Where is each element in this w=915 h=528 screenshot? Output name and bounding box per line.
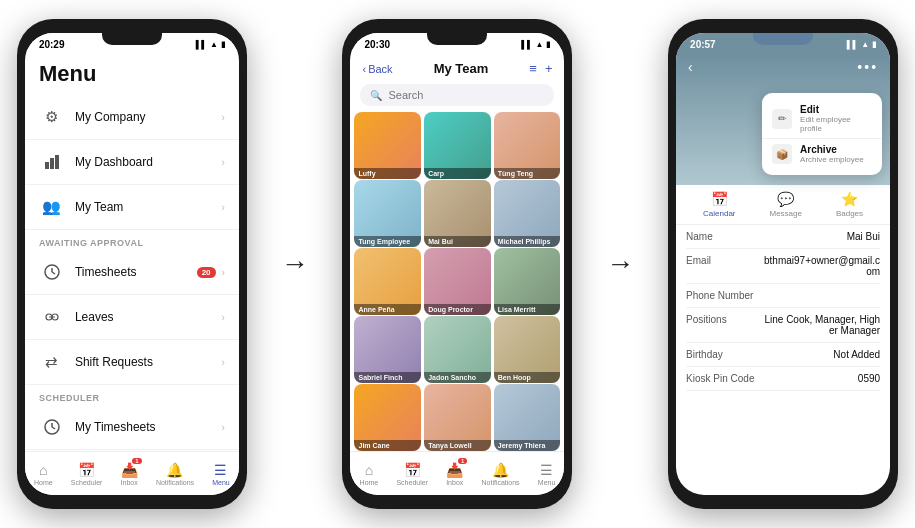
- ctx-edit[interactable]: ✏ Edit Edit employee profile: [762, 99, 882, 139]
- nav-inbox-1[interactable]: 📥 Inbox: [121, 462, 138, 486]
- nav-notifications-1[interactable]: 🔔 Notifications: [156, 462, 194, 486]
- profile-row: BirthdayNot Added: [686, 343, 880, 367]
- edit-icon: ✏: [772, 109, 792, 129]
- add-icon[interactable]: +: [545, 61, 553, 76]
- team-cell[interactable]: Carp: [424, 112, 491, 179]
- inbox-icon: 📥: [121, 462, 138, 478]
- chevron-icon-2: ›: [222, 157, 225, 168]
- team-cell[interactable]: Lisa Merritt: [494, 248, 561, 315]
- p3-more-button[interactable]: •••: [857, 59, 878, 75]
- p2-actions: ≡ +: [529, 61, 552, 76]
- team-cell[interactable]: Luffy: [354, 112, 421, 179]
- team-member-name: Jim Cane: [354, 440, 421, 451]
- profile-row-value: 0590: [858, 373, 880, 384]
- nav-inbox-2[interactable]: 📥 Inbox: [446, 462, 463, 486]
- menu-nav-label: Menu: [212, 479, 230, 486]
- chevron-icon: ›: [222, 112, 225, 123]
- profile-row-label: Kiosk Pin Code: [686, 373, 756, 384]
- tab-message[interactable]: 💬 Message: [770, 191, 802, 218]
- phone-3: 20:57 ▌▌ ▲ ▮ ‹ ••• ✏ Edit Edit employee …: [668, 19, 898, 509]
- team-cell[interactable]: Tanya Lowell: [424, 384, 491, 451]
- my-timesheets-icon: [39, 414, 65, 440]
- menu-content: ⚙ My Company › My Dashboard › 👥 My Team: [25, 95, 239, 451]
- profile-row: Phone Number: [686, 284, 880, 308]
- company-label: My Company: [75, 110, 222, 124]
- chevron-icon-3: ›: [222, 202, 225, 213]
- ctx-archive[interactable]: 📦 Archive Archive employee: [762, 139, 882, 169]
- menu-item-company[interactable]: ⚙ My Company ›: [25, 95, 239, 140]
- tab-calendar[interactable]: 📅 Calendar: [703, 191, 735, 218]
- team-cell[interactable]: Tùng Teng: [494, 112, 561, 179]
- chevron-icon-5: ›: [222, 312, 225, 323]
- nav-menu-1[interactable]: ☰ Menu: [212, 462, 230, 486]
- team-cell[interactable]: Anne Peña: [354, 248, 421, 315]
- arrow-1: →: [281, 248, 309, 280]
- team-cell[interactable]: Ben Hoop: [494, 316, 561, 383]
- team-cell[interactable]: Jadon Sancho: [424, 316, 491, 383]
- ctx-archive-title: Archive: [800, 144, 864, 155]
- team-member-name: Jadon Sancho: [424, 372, 491, 383]
- team-member-name: Carp: [424, 168, 491, 179]
- team-cell[interactable]: Tung Employee: [354, 180, 421, 247]
- nav-notifications-2[interactable]: 🔔 Notifications: [481, 462, 519, 486]
- p3-back-button[interactable]: ‹: [688, 59, 693, 75]
- team-cell[interactable]: Michael Phillips: [494, 180, 561, 247]
- team-cell[interactable]: Mai Bui: [424, 180, 491, 247]
- inbox-label-2: Inbox: [446, 479, 463, 486]
- leaves-label: Leaves: [75, 310, 222, 324]
- scheduler-icon-2: 📅: [404, 462, 421, 478]
- menu-title: Menu: [39, 61, 225, 87]
- wifi-icon-2: ▲: [536, 40, 544, 49]
- team-cell[interactable]: Doug Proctor: [424, 248, 491, 315]
- team-cell[interactable]: Sabriel Finch: [354, 316, 421, 383]
- notifications-label: Notifications: [156, 479, 194, 486]
- menu-item-timesheets[interactable]: Timesheets 20 ›: [25, 250, 239, 295]
- search-icon: 🔍: [370, 90, 382, 101]
- nav-menu-2[interactable]: ☰ Menu: [538, 462, 556, 486]
- profile-row: NameMai Bui: [686, 225, 880, 249]
- p3-info: NameMai BuiEmailbthmai97+owner@gmail.com…: [676, 225, 890, 495]
- svg-line-5: [52, 272, 55, 274]
- dashboard-icon: [39, 149, 65, 175]
- tab-badges[interactable]: ⭐ Badges: [836, 191, 863, 218]
- profile-row: Emailbthmai97+owner@gmail.com: [686, 249, 880, 284]
- scheduler-label-2: Scheduler: [396, 479, 428, 486]
- svg-line-11: [52, 427, 55, 429]
- profile-row-value: Line Cook, Manager, Higher Manager: [762, 314, 880, 336]
- team-member-name: Luffy: [354, 168, 421, 179]
- team-member-name: Mai Bui: [424, 236, 491, 247]
- team-icon: 👥: [39, 194, 65, 220]
- profile-row-label: Email: [686, 255, 756, 266]
- screen-2: 20:30 ▌▌ ▲ ▮ ‹ Back My Team ≡ + 🔍: [350, 33, 564, 495]
- timesheets-icon: [39, 259, 65, 285]
- bottom-nav-1: ⌂ Home 📅 Scheduler 📥 Inbox 🔔 Notificatio…: [25, 451, 239, 495]
- search-input[interactable]: [388, 89, 544, 101]
- menu-lines-icon[interactable]: ≡: [529, 61, 537, 76]
- message-tab-label: Message: [770, 209, 802, 218]
- ctx-archive-sub: Archive employee: [800, 155, 864, 164]
- team-member-name: Jeremy Thiera: [494, 440, 561, 451]
- nav-home-1[interactable]: ⌂ Home: [34, 462, 53, 486]
- chevron-icon-6: ›: [222, 357, 225, 368]
- profile-row-label: Phone Number: [686, 290, 756, 301]
- team-cell[interactable]: Jeremy Thiera: [494, 384, 561, 451]
- menu-item-my-timesheets[interactable]: My Timesheets ›: [25, 405, 239, 450]
- nav-scheduler-1[interactable]: 📅 Scheduler: [71, 462, 103, 486]
- nav-scheduler-2[interactable]: 📅 Scheduler: [396, 462, 428, 486]
- team-member-name: Ben Hoop: [494, 372, 561, 383]
- notifications-icon-2: 🔔: [492, 462, 509, 478]
- calendar-tab-icon: 📅: [711, 191, 728, 207]
- menu-item-shifts[interactable]: ⇄ Shift Requests ›: [25, 340, 239, 385]
- nav-home-2[interactable]: ⌂ Home: [360, 462, 379, 486]
- inbox-icon-2: 📥: [446, 462, 463, 478]
- svg-rect-0: [45, 162, 49, 169]
- profile-row: Kiosk Pin Code0590: [686, 367, 880, 391]
- badges-tab-label: Badges: [836, 209, 863, 218]
- back-button[interactable]: ‹ Back: [362, 63, 392, 75]
- team-member-name: Tùng Teng: [494, 168, 561, 179]
- badges-tab-icon: ⭐: [841, 191, 858, 207]
- menu-item-leaves[interactable]: Leaves ›: [25, 295, 239, 340]
- team-cell[interactable]: Jim Cane: [354, 384, 421, 451]
- menu-item-dashboard[interactable]: My Dashboard ›: [25, 140, 239, 185]
- menu-item-team[interactable]: 👥 My Team ›: [25, 185, 239, 230]
